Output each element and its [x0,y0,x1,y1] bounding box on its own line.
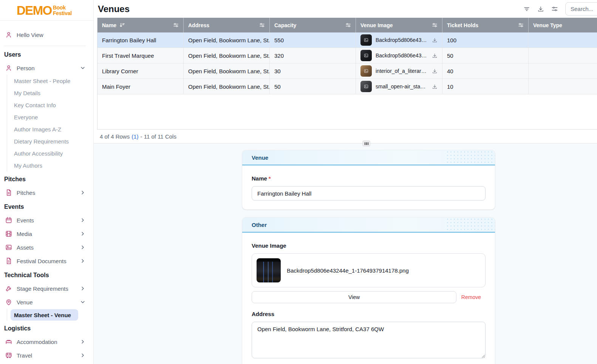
cell-name[interactable]: Farrington Bailey Hall [97,32,184,48]
sort-icon [119,22,125,28]
venue-image-thumbnail[interactable] [360,50,372,61]
cell-venue-image[interactable]: Backdrop5d806e43244... [356,32,442,48]
sidebar-subitem-author-accessibility[interactable]: Author Accessibility [7,147,90,159]
venue-image-attachment[interactable]: Backdrop5d806e43244e_1-1764937914178.png [252,253,486,287]
sidebar-subitem-author-images-az[interactable]: Author Images A-Z [7,123,90,135]
cell-venue-type[interactable] [529,32,597,48]
column-header-ticket-holds[interactable]: Ticket Holds [442,18,529,32]
sidebar-item-events[interactable]: Events [0,213,90,227]
film-icon [5,230,12,238]
download-icon[interactable] [537,6,544,12]
column-header-capacity[interactable]: Capacity [270,18,356,32]
cell-venue-type[interactable] [529,79,597,94]
page-title: Venues [98,4,130,14]
cell-name[interactable]: Main Foyer [97,79,184,94]
sidebar-item-hello-view[interactable]: Hello View [0,28,90,41]
table-row[interactable]: Library Corner Open Field, Bookworm Lane… [97,63,597,79]
sidebar-item-stage-requirements[interactable]: Stage Requirements [0,282,90,295]
cell-name[interactable]: First Travel Marquee [97,48,184,63]
venue-image-preview[interactable] [257,258,281,282]
image-placeholder-icon [363,84,369,89]
column-filter-icon[interactable] [173,22,179,28]
filter-icon[interactable] [523,6,530,12]
cell-address[interactable]: Open Field, Bookworm Lane, St... [184,79,270,94]
cell-capacity[interactable]: 50 [270,79,356,94]
cell-venue-type[interactable] [529,63,597,79]
chevron-right-icon [80,217,86,223]
column-header-venue-type[interactable]: Venue Type [529,18,597,32]
section-title: Venue [252,154,268,161]
name-field-label: Name* [252,175,486,182]
cell-venue-image[interactable]: small_open-air_stagee31... [356,79,442,94]
table-row[interactable]: Farrington Bailey Hall Open Field, Bookw… [97,32,597,48]
logo-subtitle: Book Festival [53,5,72,16]
selected-rows-count[interactable]: (1) [131,133,138,140]
sidebar-subitem-everyone[interactable]: Everyone [7,111,90,123]
sidebar-subitem-master-sheet-people[interactable]: Master Sheet - People [7,75,90,87]
logo[interactable]: DEMO Book Festival [0,0,93,21]
cell-address[interactable]: Open Field, Bookworm Lane, St... [184,32,270,48]
sidebar-item-person[interactable]: Person [0,61,90,75]
cell-capacity[interactable]: 30 [270,63,356,79]
column-filter-icon[interactable] [518,22,524,28]
person-icon [5,64,12,72]
sidebar-subitem-key-contact-info[interactable]: Key Contact Info [7,99,90,111]
calendar-icon [5,216,12,224]
sidebar-nav: Hello View Users Person Master Sheet - P… [0,21,93,364]
remove-button[interactable]: Remove [461,294,481,300]
download-icon[interactable] [432,53,438,59]
bed-icon [5,338,12,345]
cell-venue-image[interactable]: Backdrop5d806e43244... [356,48,442,63]
sidebar-subitem-my-authors[interactable]: My Authors [7,159,90,171]
chevron-right-icon [80,190,86,196]
column-header-name[interactable]: Name [97,18,184,32]
sidebar-subitem-dietary-requirements[interactable]: Dietary Requirements [7,135,90,147]
cell-venue-image[interactable]: interior_of_a_literary_fest... [356,63,442,79]
download-icon[interactable] [432,84,438,89]
venue-image-thumbnail[interactable] [360,65,372,77]
sidebar-item-travel[interactable]: Travel [0,349,90,362]
logo-demo-text: DEMO [17,4,52,17]
column-filter-icon[interactable] [345,22,351,28]
view-button[interactable]: View [252,291,456,303]
cell-capacity[interactable]: 550 [270,32,356,48]
sidebar-item-festival-documents[interactable]: Festival Documents [0,254,90,268]
address-field[interactable]: Open Field, Bookworm Lane, Stritford, CA… [252,322,486,358]
record-detail-panel: Venue Name* Other Venue Image Backdrop5d… [94,143,597,364]
sidebar-section-users: Users [0,48,90,61]
other-section-header: Other [242,217,495,233]
venue-image-thumbnail[interactable] [360,34,372,46]
download-icon[interactable] [432,37,438,43]
cell-ticket-holds[interactable]: 40 [442,63,529,79]
cell-address[interactable]: Open Field, Bookworm Lane, St... [184,63,270,79]
cell-ticket-holds[interactable]: 10 [442,79,529,94]
sidebar-subitem-master-sheet-venue[interactable]: Master Sheet - Venue [11,309,78,321]
table-row[interactable]: Main Foyer Open Field, Bookworm Lane, St… [97,79,597,94]
sliders-icon[interactable] [551,6,558,12]
cell-ticket-holds[interactable]: 50 [442,48,529,63]
panel-divider [94,143,597,143]
cell-capacity[interactable]: 320 [270,48,356,63]
sidebar-item-media[interactable]: Media [0,227,90,241]
column-header-address[interactable]: Address [184,18,270,32]
cell-venue-type[interactable] [529,48,597,63]
venue-image-thumbnail[interactable] [360,81,372,92]
panel-drag-handle[interactable] [362,140,370,147]
sidebar-item-venue[interactable]: Venue [0,295,90,309]
sidebar-item-assets[interactable]: Assets [0,241,90,254]
sidebar-subitem-my-details[interactable]: My Details [7,87,90,99]
cell-name[interactable]: Library Corner [97,63,184,79]
other-section-card: Other Venue Image Backdrop5d806e43244e_1… [242,217,495,364]
cell-address[interactable]: Open Field, Bookworm Lane, St... [184,48,270,63]
table-row[interactable]: First Travel Marquee Open Field, Bookwor… [97,48,597,63]
column-filter-icon[interactable] [259,22,265,28]
sidebar-item-accommodation[interactable]: Accommodation [0,335,90,349]
sidebar-item-pitches[interactable]: Pitches [0,186,90,199]
venues-table: Name Address Capacity Venue Image Ticket… [97,18,597,130]
column-filter-icon[interactable] [432,22,438,28]
cell-ticket-holds[interactable]: 100 [442,32,529,48]
download-icon[interactable] [432,68,438,74]
column-header-venue-image[interactable]: Venue Image [356,18,442,32]
name-field[interactable] [252,186,486,201]
search-input[interactable] [565,2,597,15]
